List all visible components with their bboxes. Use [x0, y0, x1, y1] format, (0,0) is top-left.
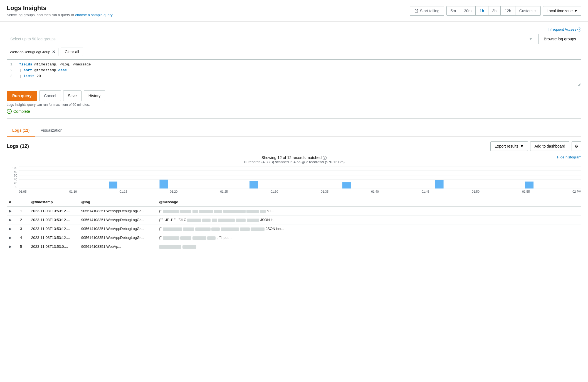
export-results-button[interactable]: Export results ▼: [490, 141, 528, 151]
histogram-x-labels: 01:05 01:10 01:15 01:20 01:25 01:30 01:3…: [19, 190, 581, 193]
message-cell: {" ', "input...: [157, 233, 581, 242]
header-left: Logs Insights Select log groups, and the…: [7, 4, 113, 17]
time-btn-custom[interactable]: Custom ⊞: [515, 6, 540, 15]
time-selector: 5m 30m 1h 3h 12h Custom ⊞: [446, 6, 541, 16]
redacted-block: [207, 236, 216, 240]
time-btn-12h[interactable]: 12h: [501, 6, 515, 15]
time-btn-30m[interactable]: 30m: [460, 6, 476, 15]
log-group-placeholder: Select up to 50 log groups.: [10, 37, 57, 41]
gear-icon: ⚙: [575, 144, 578, 148]
log-group-row: Select up to 50 log groups. ▼ Browse log…: [7, 34, 581, 44]
expand-icon: ▶: [9, 218, 12, 222]
showing-text: Showing 12 of 12 records matched: [261, 155, 322, 160]
page-subtitle: Select log groups, and then run a query …: [7, 13, 113, 17]
expand-icon: ▶: [9, 209, 12, 213]
redacted-block: [159, 245, 181, 249]
query-editor[interactable]: 1 fields @timestamp, @log, @message 2 | …: [7, 59, 581, 87]
table-row: ▶ 3 2023-11-08T13:53:12.... 905614108351…: [7, 224, 581, 233]
log-group-select[interactable]: Select up to 50 log groups. ▼: [7, 34, 536, 44]
sample-query-link[interactable]: choose a sample query: [75, 13, 112, 17]
query-line-3: 3 | limit 20: [10, 74, 578, 79]
query-actions: Run query Cancel Save History: [7, 90, 581, 101]
expand-cell[interactable]: ▶: [7, 233, 18, 242]
settings-button[interactable]: ⚙: [572, 141, 581, 151]
infrequent-access-row: Infrequent Access i: [7, 27, 581, 31]
save-button[interactable]: Save: [63, 90, 81, 101]
resize-handle[interactable]: [577, 83, 580, 86]
timezone-selector[interactable]: Local timezone ▼: [543, 6, 581, 16]
svg-rect-7: [160, 180, 168, 188]
expand-cell[interactable]: ▶: [7, 224, 18, 233]
run-query-button[interactable]: Run query: [7, 91, 37, 101]
log-cell: 905614108351:WebAp...: [79, 242, 157, 251]
logs-actions: Export results ▼ Add to dashboard ⚙: [490, 141, 581, 151]
log-group-tag: WebAppDebugLogGroup ✕: [7, 48, 58, 56]
redacted-block: [163, 227, 182, 231]
query-line-1: 1 fields @timestamp, @log, @message: [10, 62, 578, 68]
stats-bar: Showing 12 of 12 records matched i 12 re…: [7, 155, 581, 164]
add-to-dashboard-button[interactable]: Add to dashboard: [530, 141, 569, 151]
histogram-svg: [19, 166, 581, 188]
redacted-block: [163, 210, 179, 213]
row-number: 2: [18, 216, 29, 224]
start-tailing-label: Start tailing: [420, 9, 439, 13]
status-text: Complete: [13, 109, 30, 114]
redacted-block: [202, 219, 211, 222]
hide-histogram-link[interactable]: Hide histogram: [557, 155, 581, 159]
chevron-down-icon: ▼: [529, 37, 533, 41]
redacted-block: [240, 227, 250, 231]
timestamp-cell: 2023-11-08T13:53:12....: [29, 216, 79, 224]
redacted-block: [192, 210, 198, 213]
clear-all-button[interactable]: Clear all: [61, 48, 83, 56]
tab-logs[interactable]: Logs (12): [7, 124, 35, 137]
redacted-block: [236, 219, 246, 222]
redacted-block: [247, 219, 259, 222]
table-header: # @timestamp @log @message: [7, 198, 581, 207]
tag-close-button[interactable]: ✕: [52, 50, 55, 54]
browse-log-groups-button[interactable]: Browse log groups: [538, 34, 581, 44]
redacted-block: [214, 210, 222, 213]
tab-visualization[interactable]: Visualization: [35, 124, 68, 137]
table-body: ▶ 1 2023-11-08T13:53:12.... 905614108351…: [7, 207, 581, 251]
message-cell: {"" "JPU" ".. "JLC JSON it...: [157, 216, 581, 224]
svg-rect-9: [342, 182, 351, 188]
header-right: Start tailing 5m 30m 1h 3h 12h Custom ⊞ …: [410, 6, 581, 16]
expand-cell[interactable]: ▶: [7, 216, 18, 224]
redacted-block: [221, 227, 239, 231]
svg-rect-10: [435, 180, 443, 188]
subtitle-text: Select log groups, and then run a query …: [7, 13, 74, 17]
time-btn-3h[interactable]: 3h: [488, 6, 501, 15]
timezone-label: Local timezone: [547, 9, 573, 13]
table-row: ▶ 1 2023-11-08T13:53:12.... 905614108351…: [7, 207, 581, 216]
start-tailing-button[interactable]: Start tailing: [410, 6, 444, 16]
tags-row: WebAppDebugLogGroup ✕ Clear all: [7, 48, 581, 56]
cancel-button[interactable]: Cancel: [39, 90, 61, 101]
history-button[interactable]: History: [84, 90, 105, 101]
col-header-timestamp[interactable]: @timestamp: [29, 198, 79, 207]
timestamp-cell: 2023-11-08T13:53:12....: [29, 233, 79, 242]
tab-visualization-label: Visualization: [41, 128, 62, 133]
time-btn-1h[interactable]: 1h: [476, 6, 488, 15]
redacted-block: [192, 236, 206, 240]
redacted-block: [223, 210, 246, 213]
histogram-y-labels: 100 80 60 40 20 0: [7, 166, 17, 188]
time-btn-5m[interactable]: 5m: [447, 6, 460, 15]
col-header-log[interactable]: @log: [79, 198, 157, 207]
svg-rect-11: [525, 182, 533, 188]
redacted-block: [183, 227, 194, 231]
query-line-2: 2 | sort @timestamp desc: [10, 68, 578, 74]
line-3-content: | limit 20: [19, 74, 41, 79]
infrequent-access-link[interactable]: Infrequent Access i: [548, 27, 581, 31]
expand-cell[interactable]: ▶: [7, 242, 18, 251]
expand-cell[interactable]: ▶: [7, 207, 18, 216]
redacted-block: [211, 227, 220, 231]
scan-info: 12 records (4.3 kB) scanned in 4.5s @ 2 …: [7, 160, 581, 164]
redacted-block: [199, 210, 213, 213]
row-number: 3: [18, 224, 29, 233]
redacted-block: [195, 227, 211, 231]
chevron-down-icon: ▼: [520, 144, 524, 148]
table-row: ▶ 2 2023-11-08T13:53:12.... 905614108351…: [7, 216, 581, 224]
redacted-block: [187, 219, 201, 222]
col-header-message[interactable]: @message: [157, 198, 581, 207]
line-2-content: | sort @timestamp desc: [19, 68, 67, 74]
